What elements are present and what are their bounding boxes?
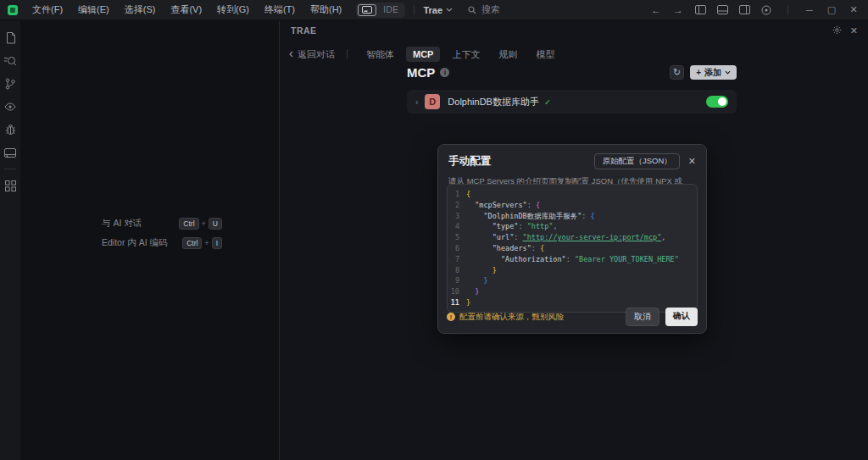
menu-terminal[interactable]: 终端(T) bbox=[259, 2, 301, 18]
add-label: 添加 bbox=[704, 67, 721, 79]
menu-selection[interactable]: 选择(S) bbox=[119, 2, 162, 18]
search-icon bbox=[468, 6, 476, 14]
menu-help[interactable]: 帮助(H) bbox=[304, 2, 348, 18]
trae-panel-header: TRAE ✕ bbox=[281, 21, 868, 40]
modal-title: 手动配置 bbox=[448, 154, 491, 169]
titlebar-divider bbox=[787, 5, 788, 15]
tab-mcp[interactable]: MCP bbox=[406, 47, 440, 62]
mcp-section: MCP i ↻ + 添加 › D DolphinDB数据库助手 ✓ bbox=[407, 65, 737, 114]
menu-go[interactable]: 转到(G) bbox=[211, 2, 255, 18]
code-line: 5 "url": "http://your-server-ip:port/mcp… bbox=[448, 232, 697, 243]
code-line: 6 "headers": { bbox=[448, 243, 697, 254]
menu-bar: 文件(F) 编辑(E) 选择(S) 查看(V) 转到(G) 终端(T) 帮助(H… bbox=[26, 2, 348, 18]
titlebar: 文件(F) 编辑(E) 选择(S) 查看(V) 转到(G) 终端(T) 帮助(H… bbox=[0, 0, 868, 20]
chevron-down-icon bbox=[446, 8, 453, 12]
check-icon: ✓ bbox=[544, 97, 551, 107]
mcp-server-row[interactable]: › D DolphinDB数据库助手 ✓ bbox=[407, 90, 737, 114]
raw-config-json-button[interactable]: 原始配置（JSON） bbox=[594, 153, 679, 169]
layout-sidebar-icon[interactable] bbox=[691, 3, 709, 18]
titlebar-divider bbox=[414, 5, 415, 15]
tab-context[interactable]: 上下文 bbox=[445, 46, 487, 64]
search-placeholder: 搜索 bbox=[481, 3, 500, 16]
remote-window-icon[interactable] bbox=[2, 144, 19, 161]
window-minimize-button[interactable]: ─ bbox=[800, 3, 819, 18]
mcp-section-header: MCP i ↻ + 添加 bbox=[407, 65, 737, 80]
key-joiner: + bbox=[204, 239, 209, 247]
extensions-grid-icon[interactable] bbox=[2, 177, 19, 194]
preview-eye-icon[interactable] bbox=[2, 98, 19, 115]
chevron-right-icon[interactable]: › bbox=[415, 97, 418, 107]
layout-secondary-sidebar-icon[interactable] bbox=[735, 3, 754, 18]
back-label: 返回对话 bbox=[298, 48, 335, 61]
config-warning: ! 配置前请确认来源，甄别风险 bbox=[447, 312, 565, 323]
server-enabled-toggle[interactable] bbox=[706, 96, 728, 108]
plus-icon: + bbox=[696, 68, 701, 77]
mcp-section-title: MCP bbox=[407, 65, 435, 80]
info-icon[interactable]: i bbox=[440, 68, 449, 77]
global-search-input[interactable]: 搜索 bbox=[468, 3, 500, 16]
panel-settings-gear-icon[interactable] bbox=[832, 25, 842, 36]
modal-footer: ! 配置前请确认来源，甄别风险 取消 确认 bbox=[447, 308, 698, 326]
tab-rules[interactable]: 规则 bbox=[492, 46, 524, 64]
tab-models[interactable]: 模型 bbox=[529, 46, 561, 64]
source-control-icon[interactable] bbox=[2, 75, 19, 92]
search-panel-icon[interactable] bbox=[2, 53, 19, 69]
modal-close-icon[interactable]: ✕ bbox=[688, 156, 696, 167]
workspace-label: Trae bbox=[423, 5, 442, 15]
panel-close-icon[interactable]: ✕ bbox=[850, 25, 858, 36]
activity-bar bbox=[0, 21, 20, 460]
back-to-chat-button[interactable]: 返回对话 bbox=[289, 48, 335, 61]
chevron-left-icon bbox=[289, 51, 293, 58]
add-mcp-button[interactable]: + 添加 bbox=[690, 65, 737, 80]
activity-bar-separator bbox=[4, 169, 16, 169]
code-line: 7 "Authorization": "Bearer YOUR_TOKEN_HE… bbox=[448, 254, 697, 265]
server-avatar: D bbox=[425, 94, 440, 109]
layout-panel-icon[interactable] bbox=[713, 3, 732, 18]
hint-chat-with-ai: 与 AI 对话 Ctrl + U bbox=[102, 218, 222, 230]
menu-file[interactable]: 文件(F) bbox=[26, 2, 69, 18]
panel-tabs: 智能体 MCP 上下文 规则 模型 bbox=[359, 46, 561, 64]
code-line: 1{ bbox=[448, 189, 697, 200]
ide-mode-button[interactable]: IDE bbox=[378, 5, 403, 14]
app-window: 文件(F) 编辑(E) 选择(S) 查看(V) 转到(G) 终端(T) 帮助(H… bbox=[0, 0, 868, 460]
titlebar-right: ← → ─ ▢ ✕ bbox=[647, 3, 868, 18]
window-maximize-button[interactable]: ▢ bbox=[822, 3, 841, 18]
layout-customize-icon[interactable] bbox=[757, 3, 776, 18]
code-line: 8 } bbox=[448, 265, 697, 276]
warning-icon: ! bbox=[447, 313, 455, 321]
key-ctrl: Ctrl bbox=[179, 218, 198, 230]
mode-toggle: IDE bbox=[356, 3, 405, 18]
hint-label: Editor 内 AI 编码 bbox=[102, 237, 168, 249]
nav-back-icon[interactable]: ← bbox=[647, 3, 665, 18]
code-line: 10 } bbox=[448, 286, 697, 297]
chat-mode-icon[interactable] bbox=[358, 4, 376, 16]
workspace-dropdown[interactable]: Trae bbox=[423, 5, 453, 15]
nav-forward-icon[interactable]: → bbox=[669, 3, 687, 18]
hint-inline-ai-coding: Editor 内 AI 编码 Ctrl + I bbox=[102, 237, 222, 249]
shortcut-hints: 与 AI 对话 Ctrl + U Editor 内 AI 编码 Ctrl + I bbox=[102, 218, 222, 249]
key-i: I bbox=[212, 237, 222, 249]
warning-text: 配置前请确认来源，甄别风险 bbox=[459, 312, 565, 323]
tab-agents[interactable]: 智能体 bbox=[359, 46, 401, 64]
key-joiner: + bbox=[202, 219, 206, 228]
cancel-button[interactable]: 取消 bbox=[626, 308, 659, 326]
trae-logo-icon bbox=[8, 5, 18, 15]
manual-config-modal: 手动配置 原始配置（JSON） ✕ 请从 MCP Servers 的介绍页面复制… bbox=[437, 144, 707, 334]
key-u: U bbox=[209, 218, 222, 230]
modal-header: 手动配置 原始配置（JSON） ✕ bbox=[438, 145, 706, 169]
editor-area: 与 AI 对话 Ctrl + U Editor 内 AI 编码 Ctrl + I bbox=[20, 21, 280, 460]
refresh-button[interactable]: ↻ bbox=[670, 65, 684, 80]
menu-edit[interactable]: 编辑(E) bbox=[72, 2, 115, 18]
json-config-editor[interactable]: 1{2 "mcpServers": {3 "DolphinDB数据库助手服务":… bbox=[447, 184, 698, 313]
debug-bug-icon[interactable] bbox=[2, 121, 19, 138]
key-ctrl: Ctrl bbox=[182, 237, 202, 249]
window-close-button[interactable]: ✕ bbox=[844, 3, 863, 18]
code-line: 11} bbox=[448, 297, 697, 308]
code-line: 9 } bbox=[448, 275, 697, 286]
menu-view[interactable]: 查看(V) bbox=[164, 2, 208, 18]
files-icon[interactable] bbox=[2, 30, 19, 47]
chevron-down-icon bbox=[725, 70, 731, 75]
confirm-button[interactable]: 确认 bbox=[665, 308, 698, 326]
hint-label: 与 AI 对话 bbox=[102, 218, 142, 230]
code-line: 3 "DolphinDB数据库助手服务": { bbox=[448, 211, 697, 222]
